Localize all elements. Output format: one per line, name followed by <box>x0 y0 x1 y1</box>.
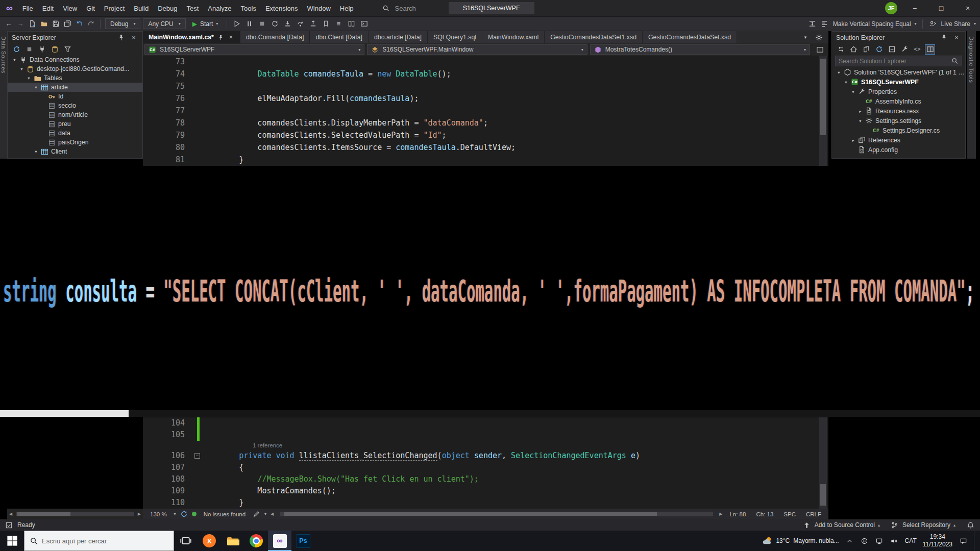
split-icon[interactable] <box>815 45 824 54</box>
live-share-label[interactable]: Live Share <box>941 20 970 28</box>
split-icon[interactable] <box>925 45 935 54</box>
menu-item-build[interactable]: Build <box>129 0 153 17</box>
menu-item-analyze[interactable]: Analyze <box>203 0 236 17</box>
solution-explorer-header[interactable]: Solution Explorer × <box>832 32 965 43</box>
server-explorer-header[interactable]: Server Explorer × <box>8 32 142 43</box>
database-icon[interactable] <box>50 45 59 54</box>
taskbar-app-chrome[interactable] <box>244 531 268 551</box>
document-tab-gestiocomandesdataset1-xsd[interactable]: GestioComandesDataSet1.xsd <box>545 31 643 43</box>
diagnostic-tools-tab[interactable]: Diagnostic Tools <box>967 31 976 159</box>
menu-item-file[interactable]: File <box>18 0 38 17</box>
debug-target-dropdown[interactable]: Debug ▾ <box>105 18 140 29</box>
code-line-105[interactable]: 105 <box>143 429 828 441</box>
start-button[interactable] <box>0 531 24 551</box>
close-button[interactable]: × <box>959 0 977 17</box>
stop-icon[interactable] <box>257 19 266 29</box>
document-tab-dbo-client-data[interactable]: dbo.Client [Data] <box>310 31 369 43</box>
scroll-right-icon[interactable]: ▶ <box>719 512 722 516</box>
gear-icon[interactable] <box>814 33 823 42</box>
zoom-control[interactable]: 130 % <box>150 511 167 517</box>
filter-icon[interactable] <box>63 45 72 54</box>
scrollbar-track[interactable] <box>280 512 713 516</box>
forward-icon[interactable]: → <box>16 19 25 29</box>
code-line-108[interactable]: 108 //MessageBox.Show("Has fet Click en … <box>143 473 828 485</box>
collapse-arrow-icon[interactable]: ▾ <box>18 66 26 71</box>
eol-indicator[interactable]: CRLF <box>806 511 821 517</box>
line-number[interactable]: 106 <box>143 450 192 462</box>
space-indicator[interactable]: SPC <box>783 511 796 517</box>
switch-icon[interactable] <box>836 45 845 54</box>
scrollbar-thumb[interactable] <box>820 59 826 135</box>
server-explorer-item-id[interactable]: Id <box>8 92 142 101</box>
close-icon[interactable]: × <box>129 33 138 42</box>
server-explorer-item-data-connections[interactable]: ▾Data Connections <box>8 55 142 64</box>
document-tab-dbo-article-data[interactable]: dbo.article [Data] <box>369 31 428 43</box>
solution-explorer-item-references[interactable]: ▸References <box>832 135 965 145</box>
save-icon[interactable] <box>51 19 60 29</box>
pause-icon[interactable] <box>244 19 254 29</box>
expand-arrow-icon[interactable]: ▸ <box>856 109 864 114</box>
scroll-left-icon[interactable]: ◀ <box>271 512 274 516</box>
taskbar-search-box[interactable] <box>24 531 174 551</box>
line-number[interactable]: 74 <box>143 68 192 80</box>
close-icon[interactable]: × <box>952 33 961 42</box>
open-folder-icon[interactable] <box>39 19 48 29</box>
refresh-icon[interactable] <box>180 510 188 518</box>
line-number[interactable]: 107 <box>143 462 192 473</box>
menu-item-tools[interactable]: Tools <box>236 0 261 17</box>
solution-explorer-item-solution-s16sqlserverwpf-1-of-1-project[interactable]: ▾Solution 'S16SQLServerWPF' (1 of 1 proj… <box>832 67 965 77</box>
editor-vertical-scrollbar[interactable] <box>819 417 827 509</box>
code-line-73[interactable]: 73 <box>143 56 828 68</box>
pin-icon[interactable] <box>217 34 224 41</box>
code-line-75[interactable]: 75 <box>143 80 828 92</box>
line-number[interactable]: 109 <box>143 485 192 497</box>
align-icon[interactable] <box>820 19 829 29</box>
column-indicator[interactable]: Ch: 13 <box>756 511 773 517</box>
plug-icon[interactable] <box>37 45 46 54</box>
globe-icon[interactable] <box>860 536 869 545</box>
solution-search-box[interactable] <box>835 56 962 66</box>
chevron-up-icon[interactable] <box>845 536 854 545</box>
line-number[interactable]: 73 <box>143 56 192 68</box>
scrollbar-thumb[interactable] <box>820 484 826 506</box>
solution-explorer-item-settings-designer-cs[interactable]: C#Settings.Designer.cs <box>832 126 965 135</box>
compare-icon[interactable] <box>347 19 356 29</box>
server-explorer-item-tables[interactable]: ▾Tables <box>8 73 142 83</box>
close-icon[interactable]: × <box>228 34 234 41</box>
scroll-left-icon[interactable]: ◀ <box>9 512 12 516</box>
code-line-76[interactable]: 76 elMeuAdaptador.Fill(comandesTaula); <box>143 92 828 105</box>
fold-toggle-icon[interactable] <box>194 453 200 459</box>
line-number[interactable]: 110 <box>143 497 192 509</box>
spacing-tool-label[interactable]: Make Vertical Spacing Equal <box>833 20 911 28</box>
taskbar-app-task-view[interactable] <box>174 531 198 551</box>
action-center-icon[interactable] <box>959 536 968 545</box>
stop-icon[interactable] <box>24 45 34 54</box>
taskbar-clock[interactable]: 19:34 11/11/2023 <box>923 533 952 548</box>
step-out-icon[interactable] <box>308 19 317 29</box>
server-explorer-item-nomarticle[interactable]: nomArticle <box>8 110 142 119</box>
code-editor-top[interactable]: 7374 DataTable comandesTaula = new DataT… <box>143 56 828 166</box>
code-line-104[interactable]: 104 <box>143 417 828 429</box>
breadcrumb-s16sqlserverwpf[interactable]: C#S16SQLServerWPF▾ <box>144 44 364 55</box>
magnifier-scrollbar[interactable] <box>0 410 980 417</box>
refresh-icon[interactable] <box>12 45 21 54</box>
menu-item-help[interactable]: Help <box>335 0 358 17</box>
menu-item-extensions[interactable]: Extensions <box>261 0 303 17</box>
files-icon[interactable] <box>862 45 871 54</box>
new-file-icon[interactable] <box>28 19 37 29</box>
pin-icon[interactable] <box>116 33 126 42</box>
step-into-icon[interactable] <box>283 19 292 29</box>
code-line-107[interactable]: 107 { <box>143 462 828 473</box>
save-all-icon[interactable] <box>63 19 72 29</box>
document-tab-mainwindow-xaml-cs[interactable]: MainWindow.xaml.cs*× <box>143 31 240 43</box>
line-number[interactable]: 80 <box>143 141 192 154</box>
breadcrumb-mostratotescomandes[interactable]: MostraTotesComandes()▾ <box>590 44 810 55</box>
collapse-icon[interactable] <box>887 45 896 54</box>
collapse-arrow-icon[interactable]: ▾ <box>11 57 18 62</box>
taskbar-app-visual-studio[interactable]: ∞ <box>268 531 291 551</box>
server-explorer-item-data[interactable]: data <box>8 129 142 138</box>
show-desktop-button[interactable] <box>974 531 977 551</box>
line-number[interactable]: 105 <box>143 429 192 441</box>
status-add-to-source-control[interactable]: Add to Source Control▴ <box>802 520 880 530</box>
data-sources-tab[interactable]: Data Sources <box>0 31 7 159</box>
